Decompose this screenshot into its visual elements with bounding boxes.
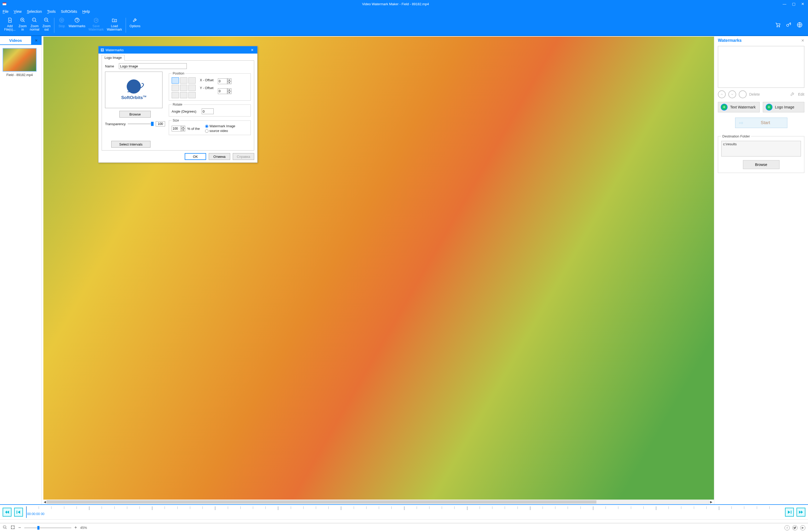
size-up[interactable]: ▲ bbox=[181, 126, 185, 129]
cart-icon[interactable] bbox=[775, 22, 781, 29]
watermarks-panel: Watermarks ✕ Delete Edit +Text Watermark… bbox=[714, 36, 808, 504]
svg-rect-1 bbox=[3, 3, 6, 3]
wrench-edit-icon[interactable] bbox=[790, 91, 795, 98]
dialog-tab-logo-image[interactable]: Logo Image bbox=[102, 55, 125, 61]
options-button[interactable]: Options bbox=[128, 16, 142, 34]
watermarks-list[interactable] bbox=[718, 46, 804, 88]
timeline-ruler[interactable]: 00:00:00 00 bbox=[26, 507, 782, 518]
x-offset-input[interactable] bbox=[218, 78, 227, 84]
x-offset-up[interactable]: ▲ bbox=[227, 78, 232, 81]
angle-label: Angle (Degrees) bbox=[172, 109, 197, 113]
video-preview[interactable]: 🖼 Watermarks ✕ Logo Image Name bbox=[43, 37, 714, 500]
thumbnail-label: Field - 89182.mp4 bbox=[3, 73, 37, 77]
videos-close-button[interactable]: ✕ bbox=[31, 36, 41, 45]
move-down-button[interactable] bbox=[728, 90, 736, 98]
menu-file[interactable]: File bbox=[3, 10, 8, 14]
pos-mc[interactable] bbox=[180, 85, 187, 91]
zoom-in-button[interactable]: Zoomin bbox=[17, 16, 28, 34]
size-input[interactable] bbox=[172, 126, 181, 131]
y-offset-input[interactable] bbox=[218, 88, 227, 94]
horizontal-scrollbar[interactable]: ◀ ▶ bbox=[42, 500, 714, 504]
position-fieldset: Position X - Offset bbox=[169, 72, 251, 100]
pos-mr[interactable] bbox=[188, 85, 196, 91]
load-watermark-button[interactable]: W LoadWatermark bbox=[105, 16, 124, 34]
destination-fieldset: Destination Folder c:\results Browse bbox=[718, 134, 804, 173]
watermarks-button[interactable]: Watermarks bbox=[67, 16, 87, 34]
zoom-in-icon bbox=[19, 17, 26, 23]
timeline-track[interactable] bbox=[0, 519, 808, 523]
rewind-start-button[interactable] bbox=[3, 508, 12, 517]
videos-tab[interactable]: Videos bbox=[0, 36, 31, 45]
close-button[interactable]: ✕ bbox=[801, 2, 804, 6]
edit-label[interactable]: Edit bbox=[798, 92, 804, 96]
menu-help[interactable]: Help bbox=[82, 10, 90, 14]
transparency-input[interactable] bbox=[156, 121, 165, 127]
menu-selection[interactable]: Selection bbox=[27, 10, 42, 14]
menu-tools[interactable]: Tools bbox=[47, 10, 56, 14]
dialog-titlebar[interactable]: 🖼 Watermarks ✕ bbox=[98, 46, 257, 54]
start-button[interactable]: ⇨ Start bbox=[735, 117, 787, 128]
fit-window-icon[interactable] bbox=[11, 525, 15, 530]
zoom-plus-button[interactable]: + bbox=[74, 525, 77, 530]
dialog-close-button[interactable]: ✕ bbox=[249, 48, 255, 52]
dialog-title: Watermarks bbox=[106, 48, 124, 52]
radio-source-video[interactable]: source video bbox=[205, 129, 235, 133]
menu-view[interactable]: View bbox=[14, 10, 22, 14]
text-watermark-button[interactable]: +Text Watermark bbox=[718, 102, 760, 112]
browse-image-button[interactable]: Browse bbox=[120, 111, 151, 117]
zoom-out-button[interactable]: Zoomout bbox=[41, 16, 52, 34]
save-watermark-button[interactable]: W SaveWatermark bbox=[87, 16, 105, 34]
remove-button[interactable] bbox=[739, 90, 747, 98]
y-offset-up[interactable]: ▲ bbox=[227, 88, 232, 91]
select-intervals-button[interactable]: Select Intervals bbox=[111, 141, 150, 148]
thumbnail-image bbox=[3, 48, 37, 72]
globe-icon[interactable] bbox=[796, 22, 803, 29]
maximize-button[interactable]: ▢ bbox=[792, 2, 795, 6]
zoom-slider[interactable] bbox=[24, 527, 71, 528]
svg-point-13 bbox=[787, 24, 789, 26]
stop-button[interactable]: Stop bbox=[56, 16, 67, 34]
cancel-button[interactable]: Отмена bbox=[209, 153, 230, 160]
pos-bl[interactable] bbox=[172, 92, 179, 98]
menu-softorbits[interactable]: SoftOrbits bbox=[61, 10, 77, 14]
step-forward-button[interactable] bbox=[785, 508, 794, 517]
delete-label[interactable]: Delete bbox=[749, 92, 760, 96]
scroll-left-icon[interactable]: ◀ bbox=[43, 500, 47, 504]
pos-ml[interactable] bbox=[172, 85, 179, 91]
svg-text:W: W bbox=[114, 20, 115, 22]
minimize-button[interactable]: — bbox=[783, 2, 786, 6]
radio-watermark-image[interactable]: Watermark Image bbox=[205, 124, 235, 128]
zoom-reset-icon[interactable]: 1 bbox=[3, 525, 7, 530]
pos-tc[interactable] bbox=[180, 77, 187, 84]
add-files-button[interactable]: AddFile(s)... bbox=[3, 16, 17, 34]
facebook-icon[interactable]: f bbox=[785, 525, 790, 530]
youtube-icon[interactable]: ▶ bbox=[800, 525, 805, 530]
y-offset-down[interactable]: ▼ bbox=[227, 91, 232, 94]
pos-tl[interactable] bbox=[172, 77, 179, 84]
move-up-button[interactable] bbox=[718, 90, 726, 98]
twitter-icon[interactable] bbox=[792, 525, 797, 530]
destination-path[interactable]: c:\results bbox=[721, 141, 801, 157]
logo-image-button[interactable]: +Logo Image bbox=[763, 102, 805, 112]
angle-input[interactable] bbox=[202, 108, 214, 114]
size-down[interactable]: ▼ bbox=[181, 129, 185, 131]
zoom-minus-button[interactable]: − bbox=[18, 525, 21, 530]
scroll-right-icon[interactable]: ▶ bbox=[709, 500, 713, 504]
save-watermark-icon: W bbox=[93, 17, 99, 23]
pos-tr[interactable] bbox=[188, 77, 196, 84]
key-icon[interactable] bbox=[786, 22, 792, 29]
browse-folder-button[interactable]: Browse bbox=[743, 160, 779, 169]
transparency-slider[interactable] bbox=[128, 123, 153, 124]
pos-br[interactable] bbox=[188, 92, 196, 98]
pos-bc[interactable] bbox=[180, 92, 187, 98]
name-input[interactable] bbox=[119, 63, 187, 69]
ok-button[interactable]: OK bbox=[185, 153, 206, 160]
x-offset-down[interactable]: ▼ bbox=[227, 81, 232, 84]
step-back-button[interactable] bbox=[14, 508, 23, 517]
position-grid bbox=[172, 77, 196, 98]
video-thumbnail[interactable]: Field - 89182.mp4 bbox=[3, 48, 37, 77]
fast-forward-end-button[interactable] bbox=[796, 508, 805, 517]
help-button[interactable]: Справка bbox=[233, 153, 254, 160]
zoom-normal-button[interactable]: 1 Zoomnormal bbox=[28, 16, 41, 34]
panel-close-button[interactable]: ✕ bbox=[801, 38, 804, 42]
